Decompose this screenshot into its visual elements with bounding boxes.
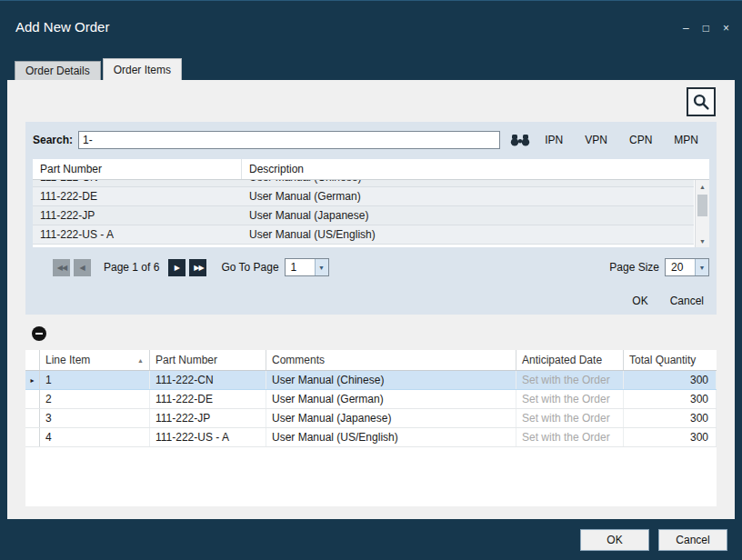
grid-row[interactable]: ▸ 1 111-222-CN User Manual (Chinese) Set… (25, 371, 717, 390)
go-to-page-label: Go To Page (221, 261, 278, 274)
page-size-value: 20 (666, 259, 695, 275)
first-page-button[interactable]: ◀◀ (53, 259, 70, 276)
cancel-button[interactable]: Cancel (658, 529, 727, 551)
line-item-column-header[interactable]: Line Item ▲ (40, 350, 150, 370)
anticipated-date-cell: Set with the Order (516, 371, 624, 389)
result-row[interactable]: 111-222-US - A User Manual (US/English) (33, 225, 694, 245)
next-page-icon: ▶ (175, 264, 180, 272)
add-new-order-dialog: Add New Order – □ × Order Details Order … (0, 0, 742, 560)
find-button[interactable] (507, 131, 535, 149)
go-to-page-combo[interactable]: 1 ▼ (285, 258, 329, 276)
search-row: Search: IPN VPN (33, 130, 709, 150)
last-page-icon: ▶▶ (193, 264, 203, 272)
part-number-column-label: Part Number (155, 354, 217, 366)
result-row[interactable]: 111-222-CN User Manual (Chinese) (33, 180, 694, 187)
total-quantity-cell: 300 (624, 409, 717, 427)
chevron-down-icon: ▼ (315, 259, 328, 275)
scrollbar-thumb[interactable] (697, 195, 707, 216)
previous-page-icon: ◀ (79, 264, 85, 272)
search-cancel-button[interactable]: Cancel (670, 295, 704, 307)
part-number-cell: 111-222-CN (150, 371, 266, 389)
comments-cell: User Manual (US/English) (266, 428, 516, 446)
dialog-title: Add New Order (15, 19, 109, 35)
grid-header: Line Item ▲ Part Number Comments Anticip… (25, 350, 717, 371)
search-toggle-button[interactable] (687, 87, 716, 116)
comments-cell: User Manual (Chinese) (266, 371, 516, 389)
comments-column-header[interactable]: Comments (266, 350, 516, 370)
total-quantity-column-header[interactable]: Total Quantity (624, 350, 717, 370)
result-description: User Manual (Chinese) (242, 180, 694, 184)
scroll-down-icon[interactable]: ▼ (696, 235, 709, 247)
sort-ascending-icon: ▲ (137, 357, 144, 364)
comments-cell: User Manual (German) (266, 390, 516, 408)
line-item-column-label: Line Item (45, 354, 90, 366)
filter-mpn-button[interactable]: MPN (663, 131, 709, 149)
anticipated-date-column-header[interactable]: Anticipated Date (516, 350, 624, 370)
page-size-combo[interactable]: 20 ▼ (665, 258, 709, 276)
page-size-group: Page Size 20 ▼ (609, 258, 709, 276)
search-results-table: Part Number Description 111-222-CN User … (33, 159, 709, 247)
window-controls: – □ × (683, 23, 729, 34)
go-to-page-value: 1 (286, 259, 315, 275)
grid-row[interactable]: 2 111-222-DE User Manual (German) Set wi… (25, 390, 717, 409)
first-page-icon: ◀◀ (56, 264, 66, 272)
part-number-column-header[interactable]: Part Number (33, 159, 242, 179)
scroll-up-icon[interactable]: ▲ (696, 180, 709, 193)
results-rows: 111-222-CN User Manual (Chinese) 111-222… (33, 180, 694, 245)
search-label: Search: (33, 134, 73, 146)
part-number-cell: 111-222-DE (150, 390, 266, 408)
result-row[interactable]: 111-222-DE User Manual (German) (33, 187, 694, 206)
anticipated-date-cell: Set with the Order (516, 409, 624, 427)
minimize-icon[interactable]: – (683, 23, 689, 34)
chevron-down-icon: ▼ (695, 259, 708, 275)
result-part-number: 111-222-CN (33, 180, 242, 184)
row-selector-icon: ▸ (25, 371, 40, 389)
part-number-cell: 111-222-JP (150, 409, 266, 427)
last-page-button[interactable]: ▶▶ (189, 259, 206, 276)
search-input[interactable] (78, 131, 500, 149)
total-quantity-cell: 300 (624, 428, 717, 446)
grid-row[interactable]: 3 111-222-JP User Manual (Japanese) Set … (25, 409, 717, 428)
total-quantity-cell: 300 (624, 371, 717, 389)
description-column-header[interactable]: Description (242, 159, 709, 179)
tab-order-details[interactable]: Order Details (15, 61, 101, 80)
line-item-cell: 4 (40, 428, 150, 446)
remove-line-item-button[interactable] (32, 326, 46, 341)
row-selector-cell (25, 428, 40, 446)
search-ok-button[interactable]: OK (632, 295, 647, 307)
close-icon[interactable]: × (723, 23, 729, 34)
vertical-scrollbar[interactable]: ▲ ▼ (695, 180, 709, 247)
page-status: Page 1 of 6 (104, 261, 159, 274)
scrollbar-track[interactable] (696, 216, 709, 235)
result-part-number: 111-222-JP (33, 209, 242, 222)
result-row[interactable]: 111-222-JP User Manual (Japanese) (33, 206, 694, 225)
comments-column-label: Comments (272, 354, 325, 366)
search-icon (692, 93, 710, 111)
grid-row[interactable]: 4 111-222-US - A User Manual (US/English… (25, 428, 717, 447)
tab-order-items[interactable]: Order Items (103, 58, 182, 80)
part-search-panel: Search: IPN VPN (25, 122, 717, 315)
minus-icon (35, 333, 43, 335)
previous-page-button[interactable]: ◀ (74, 259, 91, 276)
filter-ipn-button[interactable]: IPN (534, 131, 574, 149)
search-filter-group: IPN VPN CPN MPN (534, 131, 709, 149)
anticipated-date-cell: Set with the Order (516, 390, 624, 408)
total-quantity-cell: 300 (624, 390, 717, 408)
filter-cpn-button[interactable]: CPN (618, 131, 663, 149)
tab-strip: Order Details Order Items (15, 58, 184, 80)
page-size-label: Page Size (609, 261, 659, 274)
filter-vpn-button[interactable]: VPN (574, 131, 618, 149)
part-number-column-header[interactable]: Part Number (150, 350, 266, 370)
anticipated-date-cell: Set with the Order (516, 428, 624, 446)
order-items-panel: Search: IPN VPN (7, 80, 735, 519)
total-quantity-column-label: Total Quantity (629, 354, 696, 366)
row-selector-column-header (25, 350, 40, 370)
maximize-icon[interactable]: □ (703, 23, 709, 34)
line-item-cell: 3 (40, 409, 150, 427)
anticipated-date-column-label: Anticipated Date (522, 354, 602, 366)
pagination-bar: ◀◀ ◀ Page 1 of 6 ▶ ▶▶ Go To Page 1 ▼ (33, 256, 709, 278)
next-page-button[interactable]: ▶ (168, 259, 186, 276)
part-number-cell: 111-222-US - A (150, 428, 266, 446)
ok-button[interactable]: OK (580, 529, 649, 551)
result-part-number: 111-222-US - A (33, 228, 242, 241)
